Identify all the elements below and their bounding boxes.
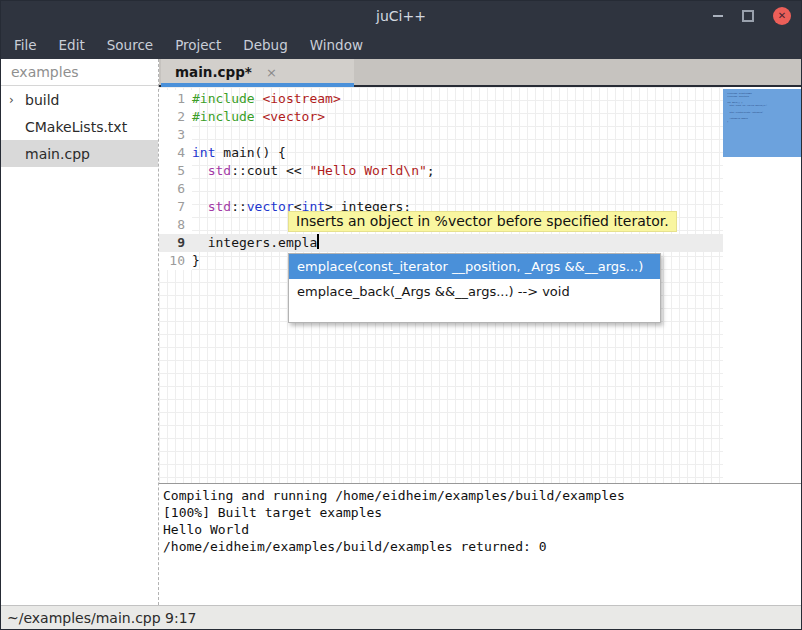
code-token: std (208, 199, 231, 214)
menu-item-edit[interactable]: Edit (48, 31, 96, 59)
tab-main-cpp[interactable]: main.cpp* × (161, 59, 354, 85)
code-token: ; (427, 163, 435, 178)
code-token: int (192, 145, 215, 160)
code-token: integers.empla (192, 235, 317, 250)
code-text[interactable] (192, 126, 723, 144)
code-token: <vector> (262, 109, 325, 124)
doc-tooltip: Inserts an object in %vector before spec… (288, 211, 677, 232)
restore-icon[interactable] (742, 10, 754, 22)
completion-item[interactable]: emplace(const_iterator __position, _Args… (289, 254, 660, 279)
line-number: 6 (159, 180, 192, 198)
code-text[interactable]: #include <vector> (192, 108, 723, 126)
code-token: main() { (215, 145, 285, 160)
tab-label: main.cpp* (161, 64, 252, 80)
code-lines: 1#include <iostream>2#include <vector>34… (159, 90, 723, 270)
file-tree: ›buildCMakeLists.txtmain.cpp (1, 86, 158, 167)
tree-item-label: build (25, 92, 59, 108)
minimize-icon[interactable] (713, 15, 723, 17)
window-title: juCi++ (1, 1, 801, 31)
status-bar: ~/examples/main.cpp 9:17 (1, 605, 801, 630)
file-tree-sidebar: examples ›buildCMakeLists.txtmain.cpp (1, 59, 159, 605)
code-token: :: (231, 199, 247, 214)
line-number: 2 (159, 108, 192, 126)
code-token: #include (192, 91, 262, 106)
menu-item-window[interactable]: Window (299, 31, 374, 59)
code-line-9: 9 integers.empla (159, 234, 723, 252)
code-token: ::cout << (231, 163, 309, 178)
line-number: 1 (159, 90, 192, 108)
line-number: 4 (159, 144, 192, 162)
output-line: /home/eidheim/examples/build/examples re… (163, 538, 802, 555)
line-number: 7 (159, 198, 192, 216)
sidebar-item-cmakelists-txt[interactable]: CMakeLists.txt (1, 113, 158, 140)
code-token: } (192, 253, 200, 268)
line-number: 5 (159, 162, 192, 180)
code-text[interactable] (192, 180, 723, 198)
code-text[interactable]: #include <iostream> (192, 90, 723, 108)
completion-item[interactable]: emplace_back(_Args &&__args...) --> void (289, 279, 660, 304)
code-line-4: 4int main() { (159, 144, 723, 162)
code-token: <iostream> (262, 91, 340, 106)
code-token: #include (192, 109, 262, 124)
code-line-1: 1#include <iostream> (159, 90, 723, 108)
code-line-3: 3 (159, 126, 723, 144)
cursor-location-label: ~/examples/main.cpp 9:17 (7, 610, 197, 626)
tab-close-icon[interactable]: × (266, 66, 277, 79)
close-icon[interactable]: ✕ (773, 7, 791, 25)
code-token: "Hello World\n" (309, 163, 426, 178)
minimap-viewport[interactable]: #include <iostream> #include <vector> in… (723, 89, 802, 157)
minimap[interactable]: #include <iostream> #include <vector> in… (723, 87, 802, 483)
chevron-right-icon: › (1, 93, 25, 107)
minimap-code: #include <iostream> #include <vector> in… (727, 92, 741, 123)
menu-item-project[interactable]: Project (164, 31, 232, 59)
line-number: 10 (159, 252, 192, 270)
app-window: juCi++ ✕ FileEditSourceProjectDebugWindo… (0, 0, 802, 630)
autocomplete-popup: emplace(const_iterator __position, _Args… (288, 253, 661, 323)
tree-item-label: CMakeLists.txt (25, 119, 127, 135)
tab-bar: main.cpp* × (159, 59, 802, 87)
line-number: 9 (159, 234, 192, 252)
output-line: [100%] Built target examples (163, 504, 802, 521)
code-token (192, 163, 208, 178)
line-number: 3 (159, 126, 192, 144)
code-line-6: 6 (159, 180, 723, 198)
output-line: Compiling and running /home/eidheim/exam… (163, 487, 802, 504)
window-controls: ✕ (713, 1, 791, 31)
menu-bar: FileEditSourceProjectDebugWindow (1, 31, 801, 59)
menu-item-file[interactable]: File (3, 31, 48, 59)
text-cursor (317, 234, 319, 249)
sidebar-item-build[interactable]: ›build (1, 86, 158, 113)
code-line-2: 2#include <vector> (159, 108, 723, 126)
tree-item-label: main.cpp (25, 146, 90, 162)
code-line-5: 5 std::cout << "Hello World\n"; (159, 162, 723, 180)
title-bar: juCi++ ✕ (1, 1, 801, 31)
code-text[interactable]: int main() { (192, 144, 723, 162)
build-output-panel[interactable]: Compiling and running /home/eidheim/exam… (159, 483, 802, 605)
code-text[interactable]: std::cout << "Hello World\n"; (192, 162, 723, 180)
code-token (192, 199, 208, 214)
code-token: vector (247, 199, 294, 214)
menu-item-debug[interactable]: Debug (232, 31, 298, 59)
project-name-label: examples (1, 59, 158, 86)
output-line: Hello World (163, 521, 802, 538)
main-area: main.cpp* × 1#include <iostream>2#includ… (159, 59, 802, 605)
sidebar-item-main-cpp[interactable]: main.cpp (1, 140, 158, 167)
code-text[interactable]: integers.empla (192, 234, 723, 252)
menu-item-source[interactable]: Source (96, 31, 164, 59)
line-number: 8 (159, 216, 192, 234)
code-token: std (208, 163, 231, 178)
